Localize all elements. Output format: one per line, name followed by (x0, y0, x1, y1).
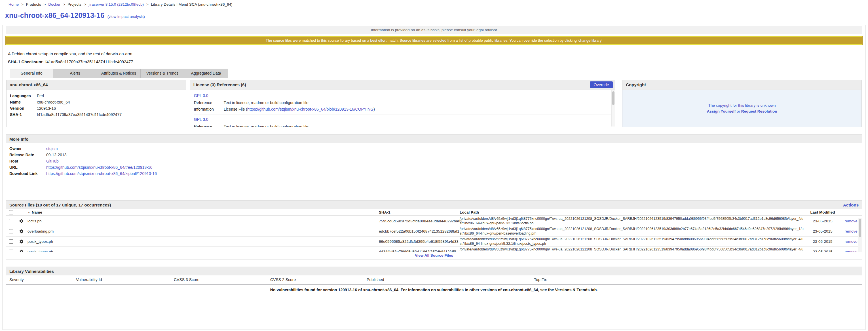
override-button[interactable]: Override (590, 82, 613, 88)
owner-link[interactable]: stqism (46, 146, 58, 151)
column-header-cvss2-score: CVSS 2 Score (270, 277, 367, 282)
column-header-vulnerability-id: Vulnerability Id (76, 277, 174, 282)
breadcrumb-projects: Projects (67, 2, 82, 6)
copyright-or-text: or (737, 109, 740, 114)
license-information-row: Information License File (https://github… (194, 107, 611, 112)
gear-icon[interactable] (19, 239, 24, 244)
copyright-panel-title: Copyright (622, 80, 862, 90)
source-match-warning-banner: The source files were matched to this so… (6, 36, 862, 45)
source-files-table-body: ioctls.ph 7595cd6d59c972d3cfda0084ae3da8… (6, 216, 862, 252)
breadcrumb-current: Library Details | Mend SCA (xnu-chroot-x… (151, 2, 232, 6)
library-row-languages: Languages Perl (10, 94, 183, 98)
file-last-modified: 23-05-2015 (804, 239, 841, 244)
more-info-row-host: Host GitHub (9, 159, 859, 163)
vulnerabilities-table-header: Severity Vulnerability Id CVSS 3 Score C… (6, 275, 862, 284)
gear-icon[interactable] (19, 219, 24, 223)
download-link[interactable]: https://github.com/stqism/xnu-chroot-x86… (46, 171, 157, 176)
row-checkbox[interactable] (9, 249, 13, 252)
source-files-scrollbar[interactable] (858, 218, 862, 252)
source-files-table-header: ▲Name SHA-1 Local Path Last Modified (6, 209, 862, 216)
file-local-path: /private/var/folders/d8/v65z9wlj1vd3j1q6… (460, 227, 804, 236)
column-header-cvss3-score: CVSS 3 Score (174, 277, 270, 282)
tab-versions-trends[interactable]: Versions & Trends (141, 69, 184, 78)
request-resolution-link[interactable]: Request Resolution (741, 109, 777, 114)
file-last-modified: 23-05-2015 (804, 229, 841, 234)
file-sha1: edcbb7cef522a06b150f2468742135128268faf1 (379, 229, 460, 234)
page-title: xnu-chroot-x86_64-120913-16 (5, 11, 104, 19)
library-row-version: Version 120913-16 (10, 106, 183, 111)
copyright-unknown-text: The copyright for this library is unknow… (708, 103, 776, 108)
tab-aggregated-data[interactable]: Aggregated Data (184, 69, 228, 78)
breadcrumb-separator: > (84, 2, 86, 6)
select-all-checkbox[interactable] (9, 210, 13, 214)
file-last-modified: 23-05-2015 (804, 219, 841, 223)
license-name-link[interactable]: GPL 3.0 (194, 93, 611, 98)
tab-general-info[interactable]: General Info (10, 69, 53, 78)
view-impact-analysis-link[interactable]: (view impact analysis) (107, 14, 145, 19)
file-local-path: /private/var/folders/d8/v65z9wlj1vd3j1q6… (460, 217, 804, 225)
breadcrumb-products: Products (26, 2, 41, 6)
sort-asc-icon: ▲ (28, 211, 30, 214)
license-reference-row: Reference Text in license, readme or bui… (194, 100, 611, 105)
assign-yourself-link[interactable]: Assign Yourself (707, 109, 736, 114)
column-header-severity: Severity (9, 277, 76, 282)
source-files-scrollbar-thumb[interactable] (859, 219, 861, 237)
breadcrumb-home[interactable]: Home (8, 2, 19, 6)
sha1-checksum-value: f41ad5a8c11709a37ea3511437d11fcde4092477 (45, 60, 133, 64)
copyright-panel: Copyright The copyright for this library… (622, 80, 862, 127)
library-vulnerabilities-section: Library Vulnerabilities Severity Vulnera… (6, 267, 862, 314)
vulnerabilities-title: Library Vulnerabilities (6, 267, 862, 275)
table-row: ioctls.ph 7595cd6d59c972d3cfda0084ae3da8… (6, 216, 862, 226)
license-panel: License (3) References (6) Override GPL … (190, 80, 616, 127)
license-name-link[interactable]: GPL 3.0 (194, 117, 611, 122)
file-local-path: /private/var/folders/d8/v65z9wlj1vd3j1q6… (460, 247, 804, 252)
file-sha1: 7595cd6d59c972d3cfda0084ae3da8446292ba02 (379, 219, 460, 223)
column-header-top-fix: Top Fix (534, 277, 862, 282)
row-checkbox[interactable] (9, 229, 13, 234)
column-header-name[interactable]: ▲Name (26, 210, 379, 214)
sha1-checksum-line: SHA-1 Checksum:f41ad5a8c11709a37ea351143… (6, 60, 862, 64)
file-name: overloading.pm (26, 229, 379, 234)
breadcrumb-project-link[interactable]: jiraserver 8.15.0 (2812bc08fecb) (89, 2, 144, 6)
more-info-row-download-link: Download Link https://github.com/stqism/… (9, 171, 859, 176)
file-name: posix_types.ph (26, 249, 379, 252)
license-scrollbar-thumb[interactable] (612, 91, 615, 105)
file-name: ioctls.ph (26, 219, 379, 223)
column-header-published: Published (367, 277, 534, 282)
column-header-local-path[interactable]: Local Path (460, 210, 804, 214)
breadcrumb-docker[interactable]: Docker (48, 2, 60, 6)
row-checkbox[interactable] (9, 239, 13, 244)
library-row-name: Name xnu-chroot-x86_64 (10, 100, 183, 104)
table-row: overloading.pm edcbb7cef522a06b150f24687… (6, 226, 862, 237)
breadcrumb-separator: > (43, 2, 45, 6)
tab-attributes-notices[interactable]: Attributes & Notices (97, 69, 141, 78)
view-all-source-files-link[interactable]: View All Source Files (415, 253, 453, 258)
library-url-link[interactable]: https://github.com/stqism/xnu-chroot-x86… (46, 165, 152, 170)
remove-link[interactable]: remove (844, 239, 857, 244)
license-scrollbar[interactable] (611, 90, 615, 126)
table-row: posix_types.ph 4434ffcf63e7f8895d6341186… (6, 247, 862, 252)
sha1-checksum-label: SHA-1 Checksum: (8, 60, 44, 64)
gear-icon[interactable] (19, 229, 24, 234)
actions-link[interactable]: Actions (843, 203, 859, 207)
source-files-section: Source Files (10 out of 17 unique, 17 oc… (6, 200, 862, 260)
title-divider (0, 23, 868, 23)
library-row-sha1: SHA-1 f41ad5a8c11709a37ea3511437d11fcde4… (10, 112, 183, 117)
table-row: posix_types.ph 66e0595585a822dfcfbf399b4… (6, 237, 862, 247)
remove-link[interactable]: remove (844, 219, 857, 223)
no-vulnerabilities-message: No vulnerabilities found for version 120… (6, 288, 862, 292)
remove-link[interactable]: remove (844, 249, 857, 252)
host-link[interactable]: GitHub (46, 159, 59, 163)
breadcrumb: Home > Products > Docker > Projects > ji… (8, 2, 234, 6)
license-file-link[interactable]: https://github.com/stqism/xnu-chroot-x86… (247, 107, 373, 112)
license-panel-title: License (3) References (6) (193, 82, 246, 87)
more-info-title: More Info (6, 135, 862, 143)
row-checkbox[interactable] (9, 219, 13, 223)
tab-alerts[interactable]: Alerts (53, 69, 97, 78)
gear-icon[interactable] (19, 249, 24, 252)
column-header-last-modified[interactable]: Last Modified (804, 210, 841, 214)
library-info-panel: xnu-chroot-x86_64 Languages Perl Name xn… (6, 80, 186, 127)
column-header-sha1[interactable]: SHA-1 (379, 210, 460, 214)
remove-link[interactable]: remove (844, 229, 857, 234)
file-sha1: 4434ffcf63e7f8895d63411862f357db8412fd5f (379, 249, 460, 252)
